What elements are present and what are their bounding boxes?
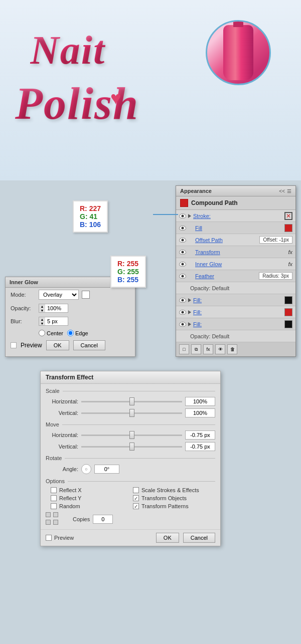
rgb-box-1: R: 227 G: 41 B: 106 — [73, 200, 108, 233]
move-h-input[interactable] — [185, 431, 215, 440]
inner-glow-label[interactable]: Inner Glow — [195, 261, 286, 267]
fill-label-2[interactable]: Fill: — [193, 297, 282, 303]
color-swatch[interactable] — [82, 291, 90, 299]
expand-icon[interactable] — [188, 322, 191, 326]
rgb-g-value: G: 41 — [80, 212, 101, 221]
scale-v-input[interactable] — [185, 408, 215, 417]
options-section: Options Reflect X Scale Strokes & Effect… — [46, 478, 215, 509]
copies-input[interactable] — [93, 515, 113, 524]
reflect-x-checkbox[interactable] — [51, 487, 57, 493]
transform-label[interactable]: Transform — [195, 249, 286, 255]
collapse-icon[interactable]: << — [279, 188, 285, 194]
transform-cancel-button[interactable]: Cancel — [183, 533, 215, 543]
preview-row[interactable]: Preview — [46, 535, 74, 541]
ig-center-edge-row: Center Edge — [6, 328, 135, 338]
cancel-button[interactable]: Cancel — [73, 340, 105, 350]
scale-h-thumb[interactable] — [129, 397, 134, 405]
visibility-icon[interactable] — [179, 213, 186, 219]
scale-h-track — [81, 401, 182, 402]
options-grid: Reflect X Scale Strokes & Effects Reflec… — [51, 487, 210, 509]
random-option[interactable]: Random — [51, 503, 128, 509]
stroke-swatch: ✕ — [284, 212, 292, 220]
reflect-x-option[interactable]: Reflect X — [51, 487, 128, 493]
eye-btn[interactable]: 👁 — [215, 344, 225, 354]
feather-row: Feather Radius: 3px — [176, 270, 295, 282]
transform-objects-checkbox[interactable] — [133, 495, 139, 501]
transform-objects-label: Transform Objects — [141, 495, 187, 501]
transform-ok-button[interactable]: OK — [156, 533, 179, 543]
copies-dot-3 — [46, 520, 51, 525]
scale-strokes-label: Scale Strokes & Effects — [141, 487, 199, 493]
duplicate-btn[interactable]: ⧉ — [191, 344, 201, 354]
edge-radio[interactable] — [67, 330, 74, 336]
move-v-slider[interactable] — [81, 443, 182, 451]
nail-polish-text: Nait Polish ♥ — [0, 0, 301, 180]
visibility-icon[interactable] — [179, 310, 186, 315]
appearance-footer: □ ⧉ fx 👁 🗑 — [176, 342, 295, 356]
random-checkbox[interactable] — [51, 503, 57, 509]
opacity-up[interactable]: ▲ — [39, 304, 45, 308]
preview-checkbox[interactable] — [11, 342, 17, 348]
delete-btn[interactable]: 🗑 — [227, 344, 237, 354]
expand-icon[interactable] — [188, 310, 191, 314]
fill-label-4[interactable]: Fill: — [193, 321, 282, 327]
new-layer-btn[interactable]: □ — [179, 344, 189, 354]
transform-title: Transform Effect — [41, 371, 220, 384]
fill-label[interactable]: Fill — [195, 225, 282, 231]
blur-down[interactable]: ▼ — [39, 321, 45, 325]
scale-strokes-option[interactable]: Scale Strokes & Effects — [133, 487, 210, 493]
appearance-panel: Appearance << ☰ Compound Path Stroke: ✕ … — [176, 185, 296, 357]
opacity-down[interactable]: ▼ — [39, 308, 45, 312]
panel-controls[interactable]: << ☰ — [279, 188, 291, 194]
fx-btn[interactable]: fx — [203, 344, 213, 354]
move-v-thumb[interactable] — [129, 443, 134, 451]
transform-patterns-option[interactable]: Transform Patterns — [133, 503, 210, 509]
scale-strokes-checkbox[interactable] — [133, 487, 139, 493]
blur-input[interactable] — [45, 317, 68, 325]
mode-select[interactable]: Overlay — [39, 290, 79, 300]
preview-checkbox-transform[interactable] — [46, 535, 52, 541]
transform-objects-option[interactable]: Transform Objects — [133, 495, 210, 501]
visibility-icon[interactable] — [179, 250, 186, 255]
visibility-icon[interactable] — [179, 322, 186, 327]
scale-v-thumb[interactable] — [129, 409, 134, 417]
center-radio[interactable] — [39, 330, 45, 336]
feather-label[interactable]: Feather — [195, 273, 257, 279]
angle-icon[interactable]: ○ — [81, 464, 91, 474]
fill-swatch-red-2 — [284, 308, 292, 316]
offset-path-label[interactable]: Offset Path — [195, 237, 257, 243]
blur-label: Blur: — [11, 318, 36, 324]
move-h-slider[interactable] — [81, 431, 182, 439]
visibility-icon[interactable] — [179, 298, 186, 303]
visibility-icon[interactable] — [179, 238, 186, 243]
stroke-label[interactable]: Stroke: — [193, 213, 282, 219]
design-area: Nait Polish ♥ — [0, 0, 301, 180]
expand-icon[interactable] — [188, 298, 191, 302]
transform-patterns-label: Transform Patterns — [141, 503, 189, 509]
edge-option[interactable]: Edge — [67, 330, 88, 336]
reflect-y-option[interactable]: Reflect Y — [51, 495, 128, 501]
move-h-thumb[interactable] — [129, 431, 134, 439]
reflect-x-label: Reflect X — [59, 487, 82, 493]
center-option[interactable]: Center — [39, 330, 63, 336]
rgb-g-2: G: 255 — [117, 268, 139, 276]
reflect-y-checkbox[interactable] — [51, 495, 57, 501]
visibility-icon[interactable] — [179, 262, 186, 267]
transform-patterns-checkbox[interactable] — [133, 503, 139, 509]
ok-button[interactable]: OK — [46, 340, 69, 350]
visibility-icon[interactable] — [179, 274, 186, 279]
angle-input[interactable] — [94, 465, 119, 474]
expand-icon[interactable] — [188, 214, 191, 218]
scale-h-input[interactable] — [185, 397, 215, 406]
fill-label-3[interactable]: Fill: — [193, 309, 282, 315]
menu-icon[interactable]: ☰ — [287, 188, 291, 194]
copies-dot-2 — [53, 512, 58, 517]
move-v-input[interactable] — [185, 442, 215, 451]
opacity-input[interactable] — [45, 304, 68, 312]
visibility-icon[interactable] — [179, 226, 186, 231]
move-vertical-row: Vertical: — [46, 442, 215, 451]
scale-h-slider[interactable] — [81, 397, 182, 405]
copies-dot-1 — [46, 512, 51, 517]
blur-up[interactable]: ▲ — [39, 317, 45, 321]
scale-v-slider[interactable] — [81, 409, 182, 417]
